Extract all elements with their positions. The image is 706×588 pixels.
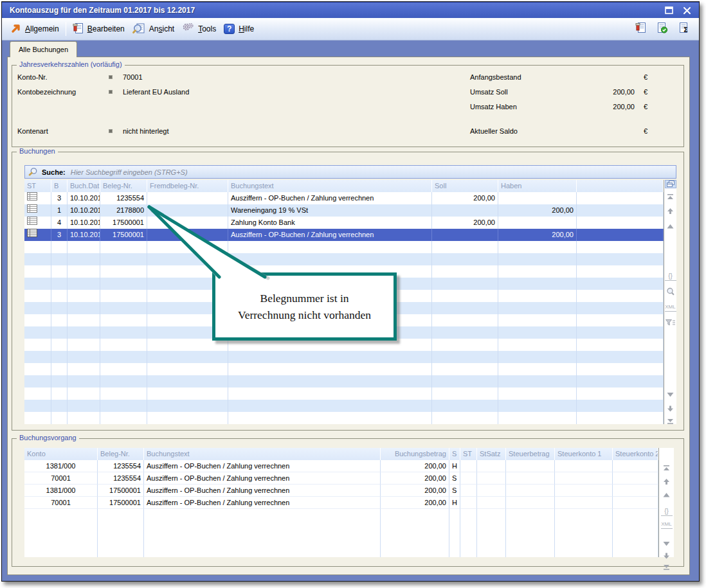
- cell-s: S: [449, 472, 460, 485]
- booking-grid-icon[interactable]: [24, 204, 51, 217]
- scroll-top-icon[interactable]: [665, 192, 676, 201]
- menu-bearbeiten[interactable]: Bearbeiten: [69, 20, 129, 39]
- booking-empty-row[interactable]: [24, 388, 664, 400]
- field-label: Anfangsbestand: [470, 73, 579, 81]
- bookings-side-tools: {} XML: [664, 180, 676, 424]
- cell-fremd: [147, 192, 228, 204]
- filter-icon[interactable]: [665, 318, 676, 327]
- cell-extra: [577, 204, 664, 217]
- cell-sk2: [613, 460, 658, 472]
- booking-empty-row[interactable]: [24, 253, 664, 265]
- booking-grid-icon[interactable]: [24, 192, 51, 204]
- booking-row[interactable]: 4 10.10.2017 17500001 Zahlung Konto Bank…: [24, 217, 664, 229]
- group-buchungsvorgang: Buchungsvorgang Konto Beleg-Nr. Buchungs…: [12, 438, 684, 567]
- braces-icon[interactable]: {}: [665, 272, 676, 281]
- booking-empty-row[interactable]: [24, 241, 664, 253]
- col-haben[interactable]: Haben: [498, 180, 577, 192]
- group-title: Jahresverkehrszahlen (vorläufig): [17, 60, 125, 68]
- field-label: Konto-Nr.: [17, 73, 109, 81]
- scroll-up-icon[interactable]: [661, 477, 673, 486]
- menu-tools[interactable]: Tools: [178, 20, 220, 38]
- tab-alle-buchungen[interactable]: Alle Buchungen: [10, 41, 77, 57]
- col-st[interactable]: ST: [460, 448, 477, 460]
- menu-ansicht[interactable]: Ansicht: [129, 20, 178, 39]
- cell-extra: [577, 229, 664, 241]
- col-beleg-nr[interactable]: Beleg-Nr.: [100, 180, 147, 192]
- col-st[interactable]: ST: [24, 180, 51, 192]
- col-fremdbeleg-nr[interactable]: Fremdbeleg-Nr.: [147, 180, 228, 192]
- col-stsatz[interactable]: StSatz: [477, 448, 506, 460]
- col-s[interactable]: S: [449, 448, 460, 460]
- field-umsatz-soll: Umsatz Soll 200,00 €: [470, 87, 647, 96]
- scroll-bottom-icon[interactable]: [665, 416, 676, 425]
- field-anfangsbestand: Anfangsbestand €: [470, 72, 647, 82]
- transaction-row[interactable]: 70001 1235554 Ausziffern - OP-Buchen / Z…: [24, 472, 658, 485]
- cell-betrag: 200,00: [381, 472, 449, 485]
- annotation-text: Verrechnung nicht vorhanden: [238, 307, 371, 323]
- menu-label: Allgemein: [25, 24, 59, 33]
- scroll-bottom-icon[interactable]: [661, 562, 673, 571]
- booking-row[interactable]: 3 10.10.2017 1235554 Ausziffern - OP-Buc…: [24, 192, 664, 204]
- menu-label: Ansicht: [149, 24, 174, 33]
- booking-empty-row[interactable]: [24, 363, 664, 375]
- xml-icon[interactable]: XML: [661, 520, 673, 529]
- col-steuerbetrag[interactable]: Steuerbetrag: [506, 448, 555, 460]
- xml-icon[interactable]: XML: [665, 303, 676, 312]
- booking-empty-row[interactable]: [24, 412, 664, 424]
- col-buchungsbetrag[interactable]: Buchungsbetrag: [381, 448, 449, 460]
- col-b[interactable]: B: [51, 180, 68, 192]
- cell-date: 10.10.2017: [68, 192, 100, 204]
- step-up-icon[interactable]: [661, 490, 673, 499]
- cell-beleg: 1235554: [98, 460, 144, 472]
- scroll-down-icon[interactable]: [665, 404, 676, 413]
- step-down-icon[interactable]: [661, 539, 673, 548]
- col-steuerkonto1[interactable]: Steuerkonto 1: [555, 448, 613, 460]
- col-buchungstext[interactable]: Buchungstext: [144, 448, 381, 460]
- scroll-top-icon[interactable]: [661, 463, 673, 472]
- field-label: Kontenart: [17, 127, 109, 135]
- search-input[interactable]: Suche: Hier Suchbegriff eingeben (STRG+S…: [24, 165, 676, 179]
- scroll-up-icon[interactable]: [665, 207, 676, 216]
- column-chooser-icon[interactable]: [665, 180, 676, 188]
- document-check-icon[interactable]: [656, 22, 668, 36]
- zoom-icon[interactable]: [665, 287, 676, 296]
- scroll-down-icon[interactable]: [661, 551, 673, 560]
- col-buchungstext[interactable]: Buchungstext: [228, 180, 432, 192]
- booking-row-selected[interactable]: 3 10.10.2017 17500001 Ausziffern - OP-Bu…: [24, 229, 664, 241]
- menu-hilfe[interactable]: ? Hilfe: [220, 21, 258, 37]
- field-label: Kontobezeichnung: [17, 88, 109, 96]
- booking-grid-icon[interactable]: [24, 229, 51, 241]
- currency-symbol: €: [644, 88, 647, 96]
- col-steuerkonto2[interactable]: Steuerkonto 2: [613, 448, 658, 460]
- cell-stsatz: [477, 497, 506, 509]
- step-down-icon[interactable]: [665, 390, 676, 399]
- booking-row[interactable]: 1 10.10.2017 2178800 Wareneingang 19 % V…: [24, 204, 664, 217]
- field-aktueller-saldo: Aktueller Saldo €: [470, 126, 647, 136]
- step-up-icon[interactable]: [665, 222, 676, 231]
- cell-date: 10.10.2017: [68, 217, 100, 229]
- close-window-icon[interactable]: [681, 5, 692, 15]
- col-buchdat[interactable]: Buch.Dat.: [68, 180, 100, 192]
- cell-konto: 1381/000: [24, 460, 98, 472]
- document-pen-icon[interactable]: [635, 22, 646, 36]
- transaction-row[interactable]: 70001 17500001 Ausziffern - OP-Buchen / …: [24, 497, 658, 509]
- transaction-row[interactable]: 1381/000 1235554 Ausziffern - OP-Buchen …: [24, 460, 658, 472]
- cell-fremd: [147, 229, 228, 241]
- braces-icon[interactable]: {}: [661, 507, 673, 516]
- col-konto[interactable]: Konto: [24, 448, 98, 460]
- menu-allgemein[interactable]: Allgemein: [7, 21, 63, 38]
- cell-b: 1: [51, 204, 68, 217]
- transaction-row[interactable]: 1381/000 17500001 Ausziffern - OP-Buchen…: [24, 485, 658, 497]
- booking-empty-row[interactable]: [24, 351, 664, 363]
- booking-grid-icon[interactable]: [24, 217, 51, 229]
- document-sum-icon[interactable]: Σ: [678, 22, 690, 36]
- booking-empty-row[interactable]: [24, 400, 664, 412]
- cell-steuerbetrag: [506, 485, 555, 497]
- cell-extra: [577, 217, 664, 229]
- restore-window-icon[interactable]: [663, 5, 674, 15]
- booking-empty-row[interactable]: [24, 375, 664, 388]
- col-beleg-nr[interactable]: Beleg-Nr.: [98, 448, 144, 460]
- currency-symbol: €: [644, 127, 647, 135]
- col-soll[interactable]: Soll: [432, 180, 498, 192]
- field-bullet-icon: [109, 129, 113, 133]
